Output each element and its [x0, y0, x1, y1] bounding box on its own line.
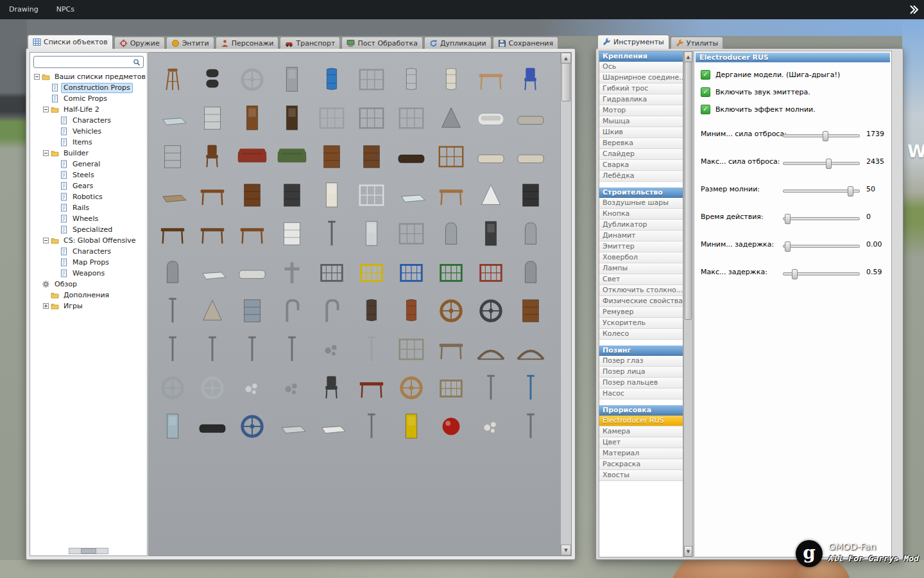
- search-box[interactable]: [33, 56, 144, 68]
- scroll-down-icon[interactable]: ▼: [684, 546, 692, 557]
- prop-dark-mattress[interactable]: [393, 136, 429, 171]
- prop-concrete-barrier[interactable]: [234, 252, 270, 286]
- tree-item[interactable]: Обзор: [31, 279, 146, 290]
- tool-item[interactable]: Лебёдка: [599, 171, 683, 182]
- prop-yellow-sign[interactable]: [393, 406, 429, 441]
- prop-fridge[interactable]: [313, 175, 350, 209]
- tree-item[interactable]: Robotics: [31, 191, 146, 202]
- tree-item[interactable]: Игры: [31, 301, 146, 311]
- tool-item[interactable]: Физические свойства: [599, 296, 683, 307]
- prop-blue-pole[interactable]: [512, 367, 549, 402]
- prop-wire-spools[interactable]: [194, 59, 230, 94]
- tree-item[interactable]: Half-Life 2: [31, 104, 146, 115]
- prop-column[interactable]: [353, 329, 389, 363]
- tree-item[interactable]: Characters: [31, 115, 146, 126]
- prop-cage-yellow[interactable]: [353, 252, 389, 286]
- checkbox-checked-icon[interactable]: ✓: [701, 105, 710, 114]
- tree-hscroll-thumb[interactable]: [81, 548, 96, 554]
- prop-white-door[interactable]: [353, 213, 389, 248]
- tool-item[interactable]: Лампы: [599, 263, 683, 274]
- tree-item[interactable]: Construction Props: [31, 82, 146, 93]
- prop-jail-door[interactable]: [353, 59, 389, 94]
- prop-desk[interactable]: [194, 213, 230, 248]
- tool-item[interactable]: Насос: [599, 389, 683, 399]
- prop-dark-chair[interactable]: [313, 367, 350, 402]
- prop-gravestone-2[interactable]: [154, 252, 191, 286]
- prop-cage-gray[interactable]: [313, 252, 350, 286]
- slider-thumb[interactable]: [826, 159, 832, 169]
- tool-list-scroll-thumb[interactable]: [685, 62, 692, 320]
- prop-small-table[interactable]: [234, 213, 270, 248]
- spawnmenu-tab-4[interactable]: Транспорт: [280, 37, 340, 49]
- prop-wood-chair[interactable]: [194, 136, 230, 171]
- tool-item[interactable]: Гидравлика: [599, 94, 683, 105]
- prop-arch-door[interactable]: [432, 213, 469, 248]
- prop-pipe-hook-2[interactable]: [313, 290, 350, 325]
- slider-track[interactable]: [783, 134, 860, 137]
- prop-yard-fence[interactable]: [393, 98, 429, 132]
- slider-track[interactable]: [783, 245, 860, 248]
- spawnmenu-tab-5[interactable]: Пост Обработка: [341, 37, 422, 49]
- prop-pole-6[interactable]: [353, 406, 389, 441]
- prop-dresser[interactable]: [353, 136, 389, 171]
- slider-track[interactable]: [783, 189, 860, 193]
- prop-paper-stack[interactable]: [194, 252, 230, 286]
- prop-blue-chair[interactable]: [512, 59, 549, 94]
- prop-pole-5[interactable]: [472, 367, 509, 402]
- prop-glass-pane[interactable]: [154, 98, 191, 132]
- prop-lampshade[interactable]: [194, 290, 230, 325]
- tool-item[interactable]: Эмиттер: [599, 241, 683, 252]
- expander-minus-icon[interactable]: [43, 107, 49, 112]
- prop-heater[interactable]: [154, 136, 191, 171]
- tool-item[interactable]: Воздушные шары: [599, 198, 683, 209]
- tool-item[interactable]: Материал: [599, 448, 683, 459]
- slider-thumb[interactable]: [792, 269, 798, 279]
- tool-item[interactable]: Колесо: [599, 329, 683, 340]
- prop-blue-barrel[interactable]: [313, 59, 350, 94]
- spawnmenu-tab-7[interactable]: Сохранения: [493, 37, 559, 49]
- menu-item-drawing[interactable]: Drawing: [0, 0, 47, 19]
- prop-bones[interactable]: [472, 406, 509, 441]
- prop-bed-frame[interactable]: [313, 98, 350, 132]
- prop-gear-part[interactable]: [313, 329, 350, 363]
- tree-horizontal-scrollbar[interactable]: [69, 548, 108, 554]
- prop-barrel-dark[interactable]: [353, 290, 389, 325]
- scroll-up-icon[interactable]: ▲: [684, 51, 692, 62]
- prop-bathtub[interactable]: [472, 98, 509, 132]
- tools-tab-0[interactable]: Инструменты: [597, 35, 669, 49]
- tree-item[interactable]: Specialized: [31, 224, 146, 235]
- prop-mattress-1[interactable]: [472, 136, 509, 171]
- prop-metal-gate[interactable]: [353, 98, 389, 132]
- prop-round-table[interactable]: [154, 213, 191, 248]
- scroll-up-icon[interactable]: ▲: [561, 53, 571, 64]
- prop-pedestal-sink[interactable]: [472, 175, 509, 209]
- prop-barrel-rust[interactable]: [393, 290, 429, 325]
- prop-pole-2[interactable]: [194, 329, 230, 363]
- prop-mattress-2[interactable]: [512, 136, 549, 171]
- tool-item[interactable]: Ускоритель: [599, 318, 683, 329]
- tool-item[interactable]: Шкив: [599, 127, 683, 138]
- prop-wood-cabinet[interactable]: [313, 136, 350, 171]
- slider-thumb[interactable]: [785, 241, 791, 252]
- checkbox-checked-icon[interactable]: ✓: [701, 70, 710, 80]
- expander-minus-icon[interactable]: [34, 74, 40, 80]
- prop-wood-door[interactable]: [234, 98, 270, 132]
- tree-item[interactable]: Items: [31, 137, 146, 148]
- prop-crate-frame[interactable]: [432, 367, 469, 402]
- expander-minus-icon[interactable]: [43, 238, 49, 243]
- prop-fountain[interactable]: [432, 98, 469, 132]
- prop-street-pole[interactable]: [154, 290, 191, 325]
- spawnmenu-tab-6[interactable]: Дупликации: [424, 37, 492, 49]
- tool-item[interactable]: Ремувер: [599, 307, 683, 318]
- prop-metal-door[interactable]: [273, 59, 310, 94]
- tree-item[interactable]: Steels: [31, 170, 146, 180]
- slider-track[interactable]: [783, 272, 860, 276]
- scroll-down-icon[interactable]: ▼: [561, 545, 571, 556]
- prop-wardrobe[interactable]: [234, 175, 270, 209]
- search-input[interactable]: [37, 58, 133, 67]
- slider-track[interactable]: [783, 162, 860, 165]
- tool-item[interactable]: Позер глаз: [599, 356, 683, 367]
- spawnmenu-tab-3[interactable]: Персонажи: [216, 37, 279, 49]
- tool-item[interactable]: Раскраска: [599, 459, 683, 470]
- tool-item[interactable]: Мотор: [599, 105, 683, 116]
